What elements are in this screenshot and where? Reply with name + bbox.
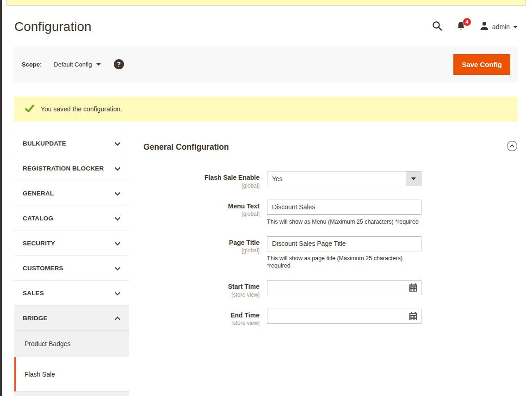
sidebar-section-customers[interactable]: CUSTOMERS [14, 256, 129, 281]
field-row-end-time: End Time [store view] [143, 309, 518, 327]
config-sidebar: BULKUPDATE REGISTRATION BLOCKER GENERAL … [14, 131, 129, 396]
field-row-flash-sale-enable: Flash Sale Enable [global] Yes [143, 171, 518, 189]
success-message-text: You saved the configuration. [41, 105, 122, 113]
notifications-button[interactable]: 4 [456, 21, 466, 33]
person-icon [480, 21, 489, 32]
field-label: End Time [143, 311, 260, 320]
section-header: General Configuration [143, 140, 518, 153]
chevron-down-icon [114, 140, 121, 148]
chevron-down-icon [96, 63, 101, 66]
calendar-icon[interactable] [409, 283, 418, 292]
notification-count-badge: 4 [463, 18, 471, 26]
search-icon [432, 21, 442, 33]
sidebar-section-general[interactable]: GENERAL [14, 181, 129, 206]
chevron-down-icon [114, 214, 121, 223]
chevron-down-icon [513, 26, 518, 28]
page-title: Configuration [14, 19, 92, 34]
sidebar-section-bridge[interactable]: BRIDGE [14, 306, 129, 331]
field-scope-hint: [store view] [143, 320, 260, 326]
content: BULKUPDATE REGISTRATION BLOCKER GENERAL … [14, 131, 518, 396]
chevron-up-icon [114, 314, 121, 323]
field-label: Flash Sale Enable [143, 174, 260, 182]
field-note: This will show as page title (Maximum 25… [267, 255, 421, 270]
admin-user-menu[interactable]: admin [480, 21, 518, 32]
section-title: General Configuration [143, 142, 229, 152]
sidebar-section-registration-blocker[interactable]: REGISTRATION BLOCKER [14, 156, 129, 181]
field-row-start-time: Start Time [store view] [143, 280, 518, 298]
search-button[interactable] [432, 21, 442, 33]
page-container: Configuration 4 admin [14, 0, 518, 396]
chevron-up-circle-icon [507, 140, 518, 153]
field-scope-hint: [global] [143, 211, 260, 217]
collapse-section-button[interactable] [507, 140, 518, 153]
field-row-menu-text: Menu Text [global] This will show as Men… [143, 200, 518, 225]
chevron-down-icon [114, 289, 121, 298]
field-note: This will show as Menu (Maximum 25 chara… [267, 218, 421, 225]
field-scope-hint: [store view] [143, 292, 260, 298]
field-label: Start Time [143, 283, 260, 291]
admin-menu-edge [0, 0, 2, 396]
page-header: Configuration 4 admin [14, 0, 518, 46]
start-time-input[interactable] [267, 280, 421, 295]
end-time-input[interactable] [267, 309, 421, 324]
sidebar-item-flash-sale[interactable]: Flash Sale [14, 357, 129, 391]
chevron-down-icon [411, 177, 416, 180]
scope-label: Scope: [22, 61, 42, 68]
sidebar-item-partial [14, 391, 129, 396]
field-label: Menu Text [143, 202, 260, 211]
select-open-button[interactable] [406, 171, 421, 186]
scope-switcher[interactable]: Default Config [54, 61, 100, 68]
scope-bar: Scope: Default Config ? Save Config [14, 46, 518, 82]
flash-sale-enable-select[interactable]: Yes [267, 171, 421, 186]
field-label: Page Title [143, 239, 260, 247]
chevron-down-icon [114, 189, 121, 198]
sidebar-item-product-badges[interactable]: Product Badges [14, 331, 129, 357]
sidebar-section-bulkupdate[interactable]: BULKUPDATE [14, 131, 129, 156]
general-configuration-form: Flash Sale Enable [global] Yes [143, 171, 518, 326]
chevron-down-icon [114, 264, 121, 273]
chevron-down-icon [114, 164, 121, 173]
field-scope-hint: [global] [143, 183, 260, 189]
main-panel: General Configuration Flash Sale Enable … [129, 131, 518, 396]
select-value: Yes [267, 171, 406, 186]
sidebar-section-catalog[interactable]: CATALOG [14, 206, 129, 231]
field-scope-hint: [global] [143, 247, 260, 254]
save-config-button[interactable]: Save Config [453, 54, 510, 75]
page-title-input[interactable] [267, 236, 421, 251]
scope-help-icon[interactable]: ? [114, 59, 124, 69]
sidebar-section-security[interactable]: SECURITY [14, 231, 129, 256]
header-actions: 4 admin [432, 21, 518, 33]
user-name: admin [492, 23, 510, 30]
success-message: You saved the configuration. [14, 97, 518, 122]
field-row-page-title: Page Title [global] This will show as pa… [143, 236, 518, 270]
calendar-icon[interactable] [409, 312, 418, 321]
chevron-down-icon [114, 239, 121, 248]
sidebar-section-sales[interactable]: SALES [14, 281, 129, 306]
checkmark-icon [25, 104, 35, 114]
menu-text-input[interactable] [267, 200, 421, 215]
scope-value: Default Config [54, 61, 92, 68]
